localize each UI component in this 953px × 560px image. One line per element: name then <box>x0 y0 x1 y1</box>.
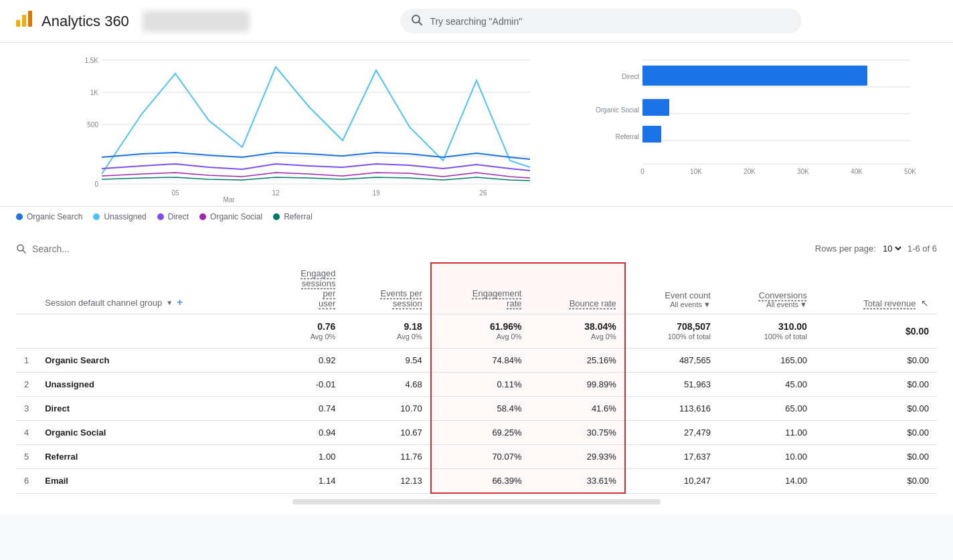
svg-text:26: 26 <box>479 189 487 197</box>
search-input[interactable] <box>32 244 166 254</box>
row-5-events: 11.76 <box>343 445 430 469</box>
row-2-engagement: 0.11% <box>431 373 530 397</box>
th-channel-label: Session default channel group <box>45 298 162 308</box>
svg-text:1.5K: 1.5K <box>84 57 98 64</box>
row-4-conversions: 11.00 <box>719 421 815 445</box>
row-1-event-count: 487,565 <box>625 349 719 373</box>
th-engagement-rate: Engagementrate <box>431 263 530 314</box>
th-bounce-rate: Bounce rate <box>529 263 624 314</box>
channel-dropdown-icon[interactable]: ▼ <box>166 299 173 306</box>
svg-text:10K: 10K <box>690 168 702 175</box>
conversions-dropdown-icon[interactable]: ▼ <box>800 300 807 308</box>
svg-text:50K: 50K <box>904 168 916 175</box>
avg-conversions-value: 310.00 <box>727 321 807 332</box>
avg-engaged: 0.76 Avg 0% <box>268 314 344 349</box>
row-6-engagement: 66.39% <box>431 469 530 494</box>
row-3-events: 10.70 <box>343 397 430 421</box>
row-1-engaged: 0.92 <box>268 349 344 373</box>
legend-label-direct: Direct <box>168 212 189 221</box>
add-column-button[interactable]: + <box>177 296 183 308</box>
row-5-num: 5 <box>16 445 37 469</box>
svg-text:0: 0 <box>640 168 644 175</box>
legend-dot-organic-search <box>16 213 23 220</box>
table-row: 2 Unassigned ‑0.01 4.68 0.11% 99.89% 51,… <box>16 373 937 397</box>
rows-per-page-select[interactable]: 10 25 50 <box>880 243 903 254</box>
svg-rect-33 <box>642 66 867 86</box>
avg-engaged-value: 0.76 <box>276 321 336 332</box>
avg-event-count-sub: 100% of total <box>668 333 711 341</box>
app-title: Analytics 360 <box>41 13 129 30</box>
row-1-conversions: 165.00 <box>719 349 815 373</box>
svg-text:30K: 30K <box>797 168 809 175</box>
row-2-event-count: 51,963 <box>625 373 719 397</box>
data-table: Session default channel group ▼ + Engage… <box>16 262 937 494</box>
rows-per-page-container: Rows per page: 10 25 50 1-6 of 6 <box>815 243 937 254</box>
row-6-bounce: 33.61% <box>529 469 624 494</box>
event-count-filter[interactable]: All events ▼ <box>670 300 711 308</box>
avg-engagement-rate: 61.96% Avg 0% <box>431 314 530 349</box>
row-6-channel: Email <box>37 469 267 494</box>
th-conversions-label: Conversions <box>759 290 807 300</box>
avg-event-count: 708,507 100% of total <box>625 314 719 349</box>
table-search-container[interactable] <box>16 244 166 254</box>
main-content: 1.5K 1K 500 0 05 12 19 26 Mar <box>0 43 953 515</box>
table-toolbar: Rows per page: 10 25 50 1-6 of 6 <box>16 243 937 254</box>
th-events-label: Events persession <box>381 288 422 308</box>
row-2-revenue: $0.00 <box>815 373 937 397</box>
cursor-pointer-icon: ↖ <box>921 298 929 308</box>
legend-unassigned: Unassigned <box>93 212 146 221</box>
legend-organic-search: Organic Search <box>16 212 82 221</box>
row-1-num: 1 <box>16 349 37 373</box>
pagination-text: 1-6 of 6 <box>907 244 937 254</box>
table-row: 5 Referral 1.00 11.76 70.07% 29.93% 17,6… <box>16 445 937 469</box>
chart-section: 1.5K 1K 500 0 05 12 19 26 Mar <box>0 43 953 207</box>
row-2-conversions: 45.00 <box>719 373 815 397</box>
row-4-engagement: 69.25% <box>431 421 530 445</box>
svg-text:19: 19 <box>372 189 380 197</box>
avg-conversions: 310.00 100% of total <box>719 314 815 349</box>
row-3-conversions: 65.00 <box>719 397 815 421</box>
avg-engaged-sub: Avg 0% <box>311 333 336 341</box>
logo-icon <box>13 8 35 34</box>
avg-events-per-session: 9.18 Avg 0% <box>343 314 430 349</box>
conversions-filter[interactable]: All events ▼ <box>766 300 807 308</box>
svg-text:500: 500 <box>87 121 98 128</box>
row-3-bounce: 41.6% <box>529 397 624 421</box>
row-6-revenue: $0.00 <box>815 469 937 494</box>
th-channel: Session default channel group ▼ + <box>37 263 267 314</box>
event-count-filter-label: All events <box>670 300 702 308</box>
avg-bounce-value: 38.04% <box>537 321 616 332</box>
svg-text:20K: 20K <box>744 168 756 175</box>
row-3-revenue: $0.00 <box>815 397 937 421</box>
th-conversions: Conversions All events ▼ <box>719 263 815 314</box>
row-1-revenue: $0.00 <box>815 349 937 373</box>
svg-rect-35 <box>642 126 661 143</box>
table-avg-row: 0.76 Avg 0% 9.18 Avg 0% 61.96% Avg 0% 38… <box>16 314 937 349</box>
svg-rect-0 <box>16 20 20 27</box>
row-6-event-count: 10,247 <box>625 469 719 494</box>
avg-engagement-sub: Avg 0% <box>497 333 522 341</box>
search-bar[interactable]: Try searching "Admin" <box>400 9 802 33</box>
row-2-channel: Unassigned <box>37 373 267 397</box>
svg-text:05: 05 <box>171 189 179 197</box>
avg-total-revenue: $0.00 <box>815 314 937 349</box>
table-row: 3 Direct 0.74 10.70 58.4% 41.6% 113,616 … <box>16 397 937 421</box>
row-5-engaged: 1.00 <box>268 445 344 469</box>
event-count-dropdown-icon[interactable]: ▼ <box>703 300 711 308</box>
row-6-conversions: 14.00 <box>719 469 815 494</box>
table-row: 6 Email 1.14 12.13 66.39% 33.61% 10,247 … <box>16 469 937 494</box>
legend-label-referral: Referral <box>284 212 313 221</box>
avg-events-sub: Avg 0% <box>397 333 422 341</box>
svg-line-37 <box>23 250 25 253</box>
svg-rect-2 <box>28 11 32 27</box>
legend-dot-unassigned <box>93 213 100 220</box>
chart-legend: Organic Search Unassigned Direct Organic… <box>0 207 953 232</box>
avg-conversions-sub: 100% of total <box>764 333 807 341</box>
row-4-revenue: $0.00 <box>815 421 937 445</box>
legend-dot-organic-social <box>199 213 206 220</box>
th-num <box>16 263 37 314</box>
horizontal-scrollbar[interactable] <box>292 499 661 504</box>
legend-label-unassigned: Unassigned <box>104 212 146 221</box>
row-3-engaged: 0.74 <box>268 397 344 421</box>
row-4-channel: Organic Social <box>37 421 267 445</box>
